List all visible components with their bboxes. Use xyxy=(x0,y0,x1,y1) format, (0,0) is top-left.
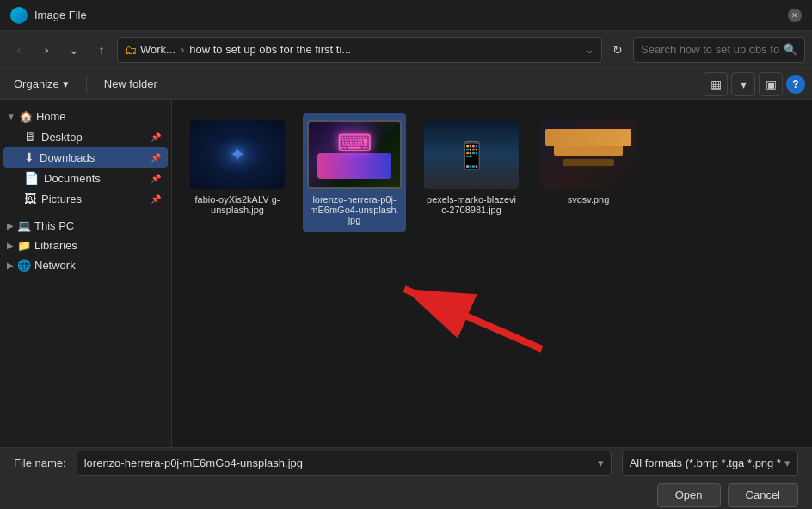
file-thumb-lorenzo xyxy=(307,120,402,189)
bottom-top-row: File name: lorenzo-herrera-p0j-mE6mGo4-u… xyxy=(14,451,798,476)
window-title: Image File xyxy=(34,9,788,21)
file-area: fabio-oyXis2kALV g-unsplash.jpg lorenzo-… xyxy=(172,100,812,246)
home-label: Home xyxy=(36,110,66,123)
sidebar-documents-label: Documents xyxy=(44,172,145,185)
bottom-bar: File name: lorenzo-herrera-p0j-mE6mGo4-u… xyxy=(0,447,812,509)
main-content: ▼ 🏠 Home 🖥 Desktop 📌 ⬇ Downloads 📌 📄 Doc… xyxy=(0,100,812,447)
sidebar-item-pictures[interactable]: 🖼 Pictures 📌 xyxy=(3,188,168,209)
thispc-icon: 💻 xyxy=(17,219,31,232)
refresh-button[interactable]: ↻ xyxy=(606,38,630,62)
toolbar-separator xyxy=(86,76,87,93)
file-area-wrapper: fabio-oyXis2kALV g-unsplash.jpg lorenzo-… xyxy=(172,100,812,447)
open-button[interactable]: Open xyxy=(657,483,721,507)
sidebar: ▼ 🏠 Home 🖥 Desktop 📌 ⬇ Downloads 📌 📄 Doc… xyxy=(0,100,172,447)
toolbar: Organize ▾ New folder ▦ ▾ ▣ ? xyxy=(0,69,812,100)
file-name-fabio: fabio-oyXis2kALV g-unsplash.jpg xyxy=(193,194,282,215)
network-icon: 🌐 xyxy=(17,259,31,272)
home-icon: 🏠 xyxy=(19,110,33,123)
address-path[interactable]: 🗂 Work... › how to set up obs for the fi… xyxy=(117,37,602,63)
view-grid-button[interactable]: ▦ xyxy=(704,72,728,96)
back-button[interactable]: ‹ xyxy=(7,38,31,62)
file-item-svdsv[interactable]: svdsv.png xyxy=(537,113,640,232)
svg-line-1 xyxy=(404,289,542,349)
network-label: Network xyxy=(34,259,76,272)
home-chevron: ▼ xyxy=(7,112,15,121)
libraries-chevron: ▶ xyxy=(7,241,14,250)
window-controls: ✕ xyxy=(788,9,802,22)
view-chevron-button[interactable]: ▾ xyxy=(731,72,755,96)
help-button[interactable]: ? xyxy=(786,75,805,94)
file-name-pexels: pexels-marko-blazevic-2708981.jpg xyxy=(427,194,516,215)
downloads-icon: ⬇ xyxy=(24,150,34,164)
bottom-buttons: Open Cancel xyxy=(14,483,798,507)
sidebar-thispc-header[interactable]: ▶ 💻 This PC xyxy=(0,216,171,236)
sidebar-item-documents[interactable]: 📄 Documents 📌 xyxy=(3,168,168,188)
file-name-value: lorenzo-herrera-p0j-mE6mGo4-unsplash.jpg xyxy=(84,457,303,469)
path-chevron[interactable]: ⌄ xyxy=(585,43,594,56)
path-part-folder: how to set up obs for the first ti... xyxy=(189,43,351,56)
cancel-button[interactable]: Cancel xyxy=(728,483,798,507)
sidebar-item-desktop[interactable]: 🖥 Desktop 📌 xyxy=(3,126,168,147)
file-name-chevron[interactable]: ▾ xyxy=(598,457,604,469)
new-folder-label: New folder xyxy=(104,77,157,90)
file-thumb-svdsv xyxy=(541,120,636,189)
view-list-button[interactable]: ▣ xyxy=(759,72,783,96)
file-name-lorenzo: lorenzo-herrera-p0j-mE6mGo4-unsplash.jpg xyxy=(310,194,399,225)
folder-icon: 🗂 xyxy=(125,43,137,57)
up-button[interactable]: ↑ xyxy=(89,38,114,62)
network-chevron: ▶ xyxy=(7,261,14,270)
organize-label: Organize xyxy=(14,77,59,90)
desktop-icon: 🖥 xyxy=(24,130,36,144)
sidebar-downloads-label: Downloads xyxy=(40,151,145,164)
file-item-pexels[interactable]: pexels-marko-blazevic-2708981.jpg xyxy=(420,113,523,232)
file-type-chevron: ▾ xyxy=(784,457,790,469)
documents-pin: 📌 xyxy=(151,174,161,183)
search-icon: 🔍 xyxy=(784,43,797,56)
view-buttons: ▦ ▾ ▣ ? xyxy=(704,72,805,96)
documents-icon: 📄 xyxy=(24,171,39,185)
sidebar-item-downloads[interactable]: ⬇ Downloads 📌 xyxy=(3,147,168,168)
sidebar-pictures-label: Pictures xyxy=(41,193,145,205)
sidebar-libraries-header[interactable]: ▶ 📁 Libraries xyxy=(0,236,171,255)
app-icon xyxy=(10,7,28,24)
search-input[interactable] xyxy=(641,43,780,56)
address-bar: ‹ › ⌄ ↑ 🗂 Work... › how to set up obs fo… xyxy=(0,31,812,69)
forward-button[interactable]: › xyxy=(34,38,58,62)
desktop-pin: 📌 xyxy=(151,132,161,142)
pictures-pin: 📌 xyxy=(151,194,161,204)
path-separator: › xyxy=(181,43,184,56)
search-box: 🔍 xyxy=(633,37,805,63)
dropdown-button[interactable]: ⌄ xyxy=(62,38,86,62)
downloads-pin: 📌 xyxy=(151,153,161,163)
file-thumb-fabio xyxy=(190,120,285,189)
pictures-icon: 🖼 xyxy=(24,192,36,205)
file-item-lorenzo[interactable]: lorenzo-herrera-p0j-mE6mGo4-unsplash.jpg xyxy=(303,113,406,232)
file-type-value: All formats (*.bmp *.tga *.png * xyxy=(630,457,781,469)
libraries-label: Libraries xyxy=(34,239,77,252)
file-item-fabio[interactable]: fabio-oyXis2kALV g-unsplash.jpg xyxy=(186,113,289,232)
thispc-label: This PC xyxy=(34,219,74,232)
path-part-work: Work... xyxy=(140,43,175,56)
sidebar-desktop-label: Desktop xyxy=(41,131,145,144)
sidebar-home-header[interactable]: ▼ 🏠 Home xyxy=(0,107,171,126)
bottom-row: File name: lorenzo-herrera-p0j-mE6mGo4-u… xyxy=(14,451,798,507)
new-folder-button[interactable]: New folder xyxy=(97,74,164,94)
close-button[interactable]: ✕ xyxy=(788,9,802,22)
title-bar: Image File ✕ xyxy=(0,0,812,31)
file-name-label: File name: xyxy=(14,457,66,469)
file-thumb-pexels xyxy=(424,120,519,189)
file-name-input[interactable]: lorenzo-herrera-p0j-mE6mGo4-unsplash.jpg… xyxy=(77,451,612,476)
sidebar-network-header[interactable]: ▶ 🌐 Network xyxy=(0,255,171,275)
file-type-select[interactable]: All formats (*.bmp *.tga *.png * ▾ xyxy=(622,451,798,476)
organize-button[interactable]: Organize ▾ xyxy=(7,74,76,94)
libraries-icon: 📁 xyxy=(17,239,31,252)
file-name-svdsv: svdsv.png xyxy=(568,194,610,205)
organize-chevron: ▾ xyxy=(63,77,69,90)
thispc-chevron: ▶ xyxy=(7,221,14,230)
